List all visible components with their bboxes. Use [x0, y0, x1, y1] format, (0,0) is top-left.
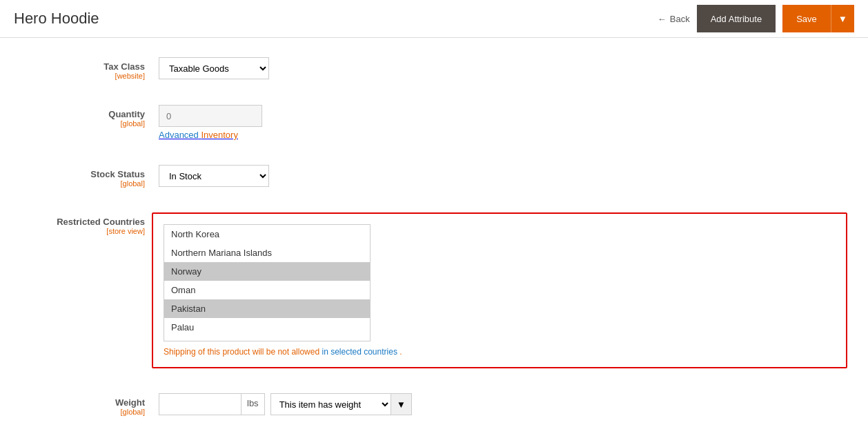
weight-input[interactable]	[159, 393, 241, 415]
weight-field: lbs This item has weight This item has n…	[159, 393, 847, 415]
country-list: North Korea Northern Mariana Islands Nor…	[164, 225, 370, 341]
note-text-1: Shipping of this product will be not all…	[164, 347, 322, 357]
tax-class-select[interactable]: Taxable Goods None	[159, 57, 269, 79]
quantity-field: Advanced Inventory	[159, 105, 847, 140]
weight-group: lbs This item has weight This item has n…	[159, 393, 847, 415]
tax-class-row: Tax Class [website] Taxable Goods None	[21, 52, 847, 86]
weight-scope: [global]	[21, 408, 145, 416]
add-attribute-button[interactable]: Add Attribute	[697, 5, 776, 32]
list-item[interactable]: North Korea	[164, 225, 370, 244]
tax-class-label-group: Tax Class [website]	[21, 57, 159, 80]
stock-status-row: Stock Status [global] In Stock Out of St…	[21, 159, 847, 193]
weight-toggle-select[interactable]: This item has weight This item has no we…	[270, 393, 391, 415]
list-item[interactable]: Palau	[164, 318, 370, 337]
stock-status-select-wrap: In Stock Out of Stock	[159, 165, 847, 187]
inventory-text: Inventory	[201, 130, 237, 140]
back-arrow-icon: ←	[658, 14, 667, 24]
list-item[interactable]: Norway	[164, 262, 370, 281]
back-button[interactable]: ← Back	[658, 14, 690, 24]
content-area: Tax Class [website] Taxable Goods None Q…	[0, 38, 868, 427]
stock-status-scope: [global]	[21, 179, 145, 188]
quantity-scope: [global]	[21, 119, 145, 128]
quantity-label: Quantity	[21, 109, 145, 119]
back-label: Back	[670, 14, 690, 24]
tax-class-scope: [website]	[21, 72, 145, 80]
save-group: Save ▼	[782, 5, 854, 32]
stock-status-select[interactable]: In Stock Out of Stock	[159, 165, 269, 187]
restricted-box: North Korea Northern Mariana Islands Nor…	[152, 212, 847, 368]
tax-class-field: Taxable Goods None	[159, 57, 847, 79]
restricted-countries-scope: [store view]	[21, 227, 145, 235]
list-item[interactable]: Northern Mariana Islands	[164, 244, 370, 262]
advanced-inventory-link[interactable]: Advanced Inventory	[159, 130, 847, 140]
weight-label-group: Weight [global]	[21, 393, 159, 416]
stock-status-label: Stock Status	[21, 169, 145, 179]
list-item[interactable]: Oman	[164, 281, 370, 299]
weight-label: Weight	[21, 397, 145, 408]
save-dropdown-icon: ▼	[838, 14, 847, 24]
top-bar: Hero Hoodie ← Back Add Attribute Save ▼	[0, 0, 868, 38]
restricted-countries-label: Restricted Countries	[21, 217, 145, 227]
weight-row: Weight [global] lbs This item has weight…	[21, 388, 847, 421]
weight-toggle-dropdown-btn[interactable]: ▼	[391, 393, 412, 415]
stock-status-label-group: Stock Status [global]	[21, 165, 159, 188]
quantity-label-group: Quantity [global]	[21, 105, 159, 128]
quantity-row: Quantity [global] Advanced Inventory	[21, 99, 847, 146]
tax-class-label: Tax Class	[21, 61, 145, 72]
page-title: Hero Hoodie	[14, 10, 99, 28]
restricted-countries-field: North Korea Northern Mariana Islands Nor…	[159, 212, 847, 368]
top-bar-right: ← Back Add Attribute Save ▼	[658, 5, 854, 32]
weight-unit: lbs	[241, 393, 265, 415]
quantity-input[interactable]	[159, 105, 262, 127]
top-bar-left: Hero Hoodie	[14, 10, 99, 28]
weight-toggle: This item has weight This item has no we…	[270, 393, 412, 415]
weight-toggle-arrow-icon: ▼	[397, 399, 406, 410]
restricted-countries-row: Restricted Countries [store view] North …	[21, 207, 847, 374]
save-dropdown-button[interactable]: ▼	[831, 5, 854, 32]
list-item[interactable]: Pakistan	[164, 299, 370, 318]
country-listbox[interactable]: North Korea Northern Mariana Islands Nor…	[164, 224, 371, 341]
advanced-text: Advanced	[159, 130, 199, 140]
stock-status-field: In Stock Out of Stock	[159, 165, 847, 187]
restricted-note: Shipping of this product will be not all…	[164, 347, 836, 357]
note-text-2: in selected countries	[322, 347, 397, 357]
list-item[interactable]: Palestinian Territories...	[164, 337, 370, 341]
save-button[interactable]: Save	[782, 5, 831, 32]
note-text-3: .	[400, 347, 402, 357]
restricted-countries-label-group: Restricted Countries [store view]	[21, 212, 159, 235]
tax-class-select-wrap: Taxable Goods None	[159, 57, 847, 79]
